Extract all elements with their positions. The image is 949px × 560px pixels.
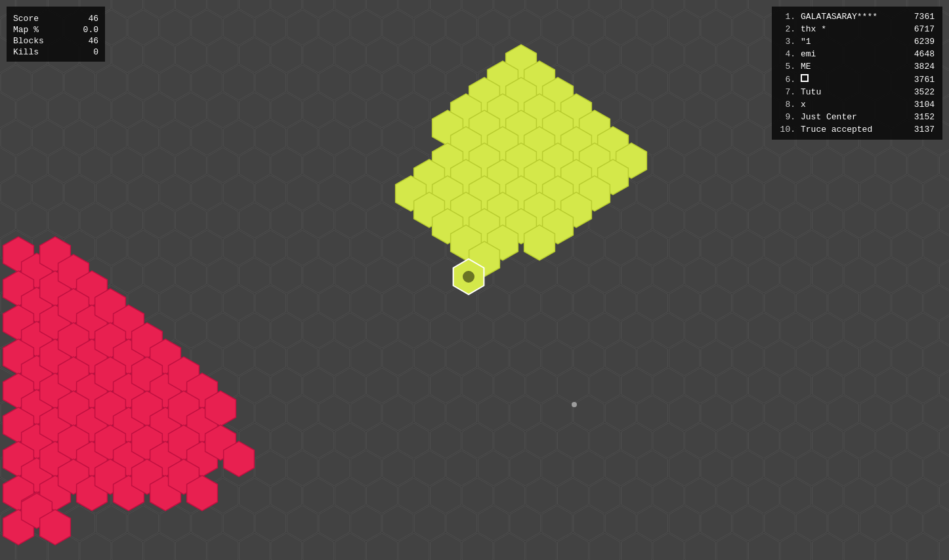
lb-score-value: 3522: [905, 87, 935, 97]
leaderboard-row: 1. GALATASARAY**** 7361: [780, 10, 935, 23]
lb-player-name: emi: [801, 49, 816, 59]
stat-value: 0.0: [57, 24, 98, 35]
stat-row: Kills0: [13, 47, 98, 58]
lb-score-value: 6239: [905, 37, 935, 47]
lb-player-name: thx *: [801, 24, 826, 34]
lb-name-cell: "1: [798, 37, 902, 47]
lb-name-cell: Truce accepted: [798, 125, 902, 134]
stat-value: 46: [57, 13, 98, 24]
lb-rank-number: 3.: [780, 37, 795, 47]
lb-name-cell: [798, 74, 902, 85]
lb-score-value: 3104: [905, 100, 935, 110]
leaderboard-row: 7. Tutu 3522: [780, 86, 935, 98]
lb-score-value: 4648: [905, 49, 935, 59]
lb-player-name: Tutu: [801, 87, 821, 97]
leaderboard-row: 6. 3761: [780, 73, 935, 86]
stats-panel: Score46Map %0.0Blocks46Kills0: [7, 7, 105, 62]
lb-name-cell: emi: [798, 49, 902, 59]
lb-score-value: 3137: [905, 125, 935, 134]
lb-player-name: "1: [801, 37, 811, 47]
lb-name-cell: Just Center: [798, 112, 902, 122]
lb-score-value: 3761: [905, 75, 935, 85]
lb-name-cell: Tutu: [798, 87, 902, 97]
lb-player-name: Truce accepted: [801, 125, 872, 134]
lb-rank-number: 1.: [780, 12, 795, 22]
lb-rank-number: 5.: [780, 62, 795, 71]
lb-player-name: x: [801, 100, 806, 110]
stat-label: Map %: [13, 24, 57, 35]
lb-rank-number: 10.: [780, 125, 795, 134]
lb-score-value: 3824: [905, 62, 935, 71]
lb-rank-number: 2.: [780, 24, 795, 34]
stats-table: Score46Map %0.0Blocks46Kills0: [13, 13, 98, 58]
lb-player-name: Just Center: [801, 112, 857, 122]
leaderboard-row: 2. thx * 6717: [780, 23, 935, 35]
leaderboard-panel: 1. GALATASARAY**** 7361 2. thx * 6717 3.…: [772, 7, 942, 140]
lb-score-value: 6717: [905, 24, 935, 34]
lb-rank-number: 4.: [780, 49, 795, 59]
stat-label: Blocks: [13, 35, 57, 47]
leaderboard-row: 3. "1 6239: [780, 35, 935, 48]
lb-rank-number: 8.: [780, 100, 795, 110]
stat-label: Score: [13, 13, 57, 24]
lb-rank-number: 9.: [780, 112, 795, 122]
square-icon: [801, 74, 809, 82]
leaderboard-row: 10. Truce accepted 3137: [780, 123, 935, 136]
leaderboard-row: 8. x 3104: [780, 98, 935, 111]
lb-score-value: 3152: [905, 112, 935, 122]
leaderboard-row: 9. Just Center 3152: [780, 111, 935, 123]
stat-label: Kills: [13, 47, 57, 58]
lb-score-value: 7361: [905, 12, 935, 22]
lb-rank-number: 7.: [780, 87, 795, 97]
stat-row: Blocks46: [13, 35, 98, 47]
leaderboard-row: 4. emi 4648: [780, 48, 935, 60]
lb-name-cell: thx *: [798, 24, 902, 34]
lb-name-cell: ME: [798, 62, 902, 71]
leaderboard-row: 5. ME 3824: [780, 60, 935, 73]
lb-name-cell: x: [798, 100, 902, 110]
stat-value: 46: [57, 35, 98, 47]
lb-name-cell: GALATASARAY****: [798, 12, 902, 22]
stat-row: Map %0.0: [13, 24, 98, 35]
stat-value: 0: [57, 47, 98, 58]
lb-player-name: GALATASARAY****: [801, 12, 877, 22]
lb-player-name: ME: [801, 62, 811, 71]
lb-rank-number: 6.: [780, 75, 795, 85]
stat-row: Score46: [13, 13, 98, 24]
